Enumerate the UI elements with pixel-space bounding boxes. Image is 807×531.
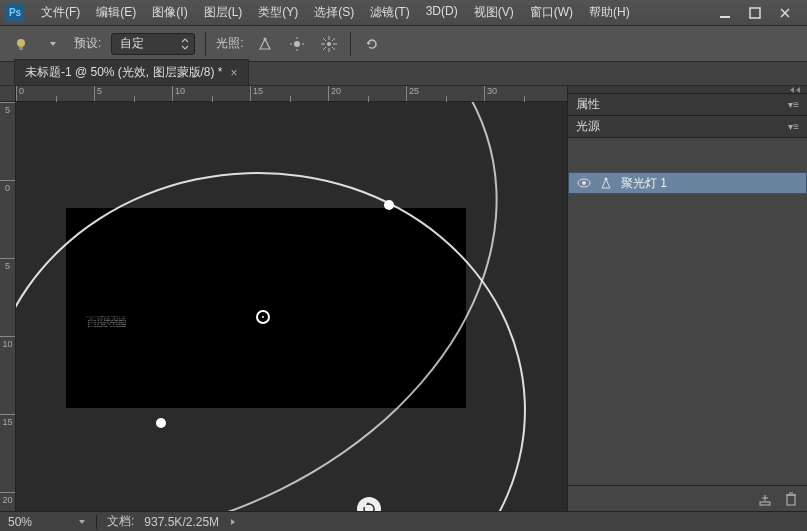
menu-edit[interactable]: 编辑(E) bbox=[89, 0, 143, 25]
ruler-tick: 15 bbox=[250, 86, 328, 101]
properties-tab-label: 属性 bbox=[576, 96, 600, 113]
ruler-tick: 30 bbox=[484, 86, 562, 101]
preset-value: 自定 bbox=[120, 35, 144, 52]
light-center-handle[interactable] bbox=[256, 310, 270, 324]
app-logo: Ps bbox=[6, 4, 24, 22]
menu-image[interactable]: 图像(I) bbox=[145, 0, 194, 25]
menu-view[interactable]: 视图(V) bbox=[467, 0, 521, 25]
ruler-horizontal[interactable]: 0 5 10 15 20 25 30 bbox=[16, 86, 567, 102]
infinitelight-icon[interactable] bbox=[318, 33, 340, 55]
document-tabbar: 未标题-1 @ 50% (光效, 图层蒙版/8) * × bbox=[0, 62, 807, 86]
maximize-button[interactable] bbox=[741, 4, 769, 22]
divider bbox=[205, 32, 206, 56]
panel-menu-icon[interactable]: ▾≡ bbox=[788, 99, 799, 110]
menu-help[interactable]: 帮助(H) bbox=[582, 0, 637, 25]
ruler-tick: 20 bbox=[0, 492, 15, 511]
divider bbox=[350, 32, 351, 56]
ruler-tick: 5 bbox=[0, 102, 15, 180]
panel-collapse-icon bbox=[789, 87, 801, 93]
lighting-label: 光照: bbox=[216, 35, 243, 52]
svg-point-2 bbox=[17, 39, 25, 47]
ruler-tick: 10 bbox=[0, 336, 15, 414]
pointlight-icon[interactable] bbox=[286, 33, 308, 55]
ruler-tick: 5 bbox=[94, 86, 172, 101]
properties-panel-tab[interactable]: 属性 ▾≡ bbox=[568, 94, 807, 116]
trash-icon[interactable] bbox=[785, 492, 797, 506]
panel-menu-icon[interactable]: ▾≡ bbox=[788, 121, 799, 132]
svg-point-10 bbox=[327, 42, 331, 46]
document-tab[interactable]: 未标题-1 @ 50% (光效, 图层蒙版/8) * × bbox=[14, 59, 249, 85]
menu-type[interactable]: 类型(Y) bbox=[251, 0, 305, 25]
status-bar: 50% 文档: 937.5K/2.25M bbox=[0, 511, 807, 531]
spotlight-icon[interactable] bbox=[254, 33, 276, 55]
close-tab-icon[interactable]: × bbox=[231, 66, 238, 80]
status-chevron-icon[interactable] bbox=[229, 517, 237, 527]
lights-toolbar bbox=[568, 138, 807, 164]
add-light-icon[interactable] bbox=[759, 492, 773, 506]
svg-point-21 bbox=[605, 178, 608, 181]
ruler-corner bbox=[0, 86, 16, 102]
menu-filter[interactable]: 滤镜(T) bbox=[363, 0, 416, 25]
menu-file[interactable]: 文件(F) bbox=[34, 0, 87, 25]
panel-grip[interactable] bbox=[568, 86, 807, 94]
preset-dropdown[interactable]: 自定 bbox=[111, 33, 195, 55]
zoom-level[interactable]: 50% bbox=[8, 515, 68, 529]
close-button[interactable] bbox=[771, 4, 799, 22]
svg-rect-0 bbox=[720, 16, 730, 18]
zoom-chevron-icon[interactable] bbox=[78, 517, 86, 527]
svg-line-15 bbox=[323, 38, 326, 41]
canvas-stage[interactable]: 百度经验 bbox=[16, 102, 567, 511]
svg-point-4 bbox=[263, 37, 266, 40]
workarea: 0 5 10 15 20 25 30 5 0 5 10 15 20 百度经验 bbox=[0, 86, 807, 511]
svg-rect-22 bbox=[760, 502, 770, 505]
canvas-zone: 0 5 10 15 20 25 30 5 0 5 10 15 20 百度经验 bbox=[0, 86, 567, 511]
reset-icon[interactable] bbox=[361, 33, 383, 55]
window-controls bbox=[711, 4, 807, 22]
ruler-tick: 25 bbox=[406, 86, 484, 101]
light-handle[interactable] bbox=[384, 200, 394, 210]
menu-select[interactable]: 选择(S) bbox=[307, 0, 361, 25]
ruler-tick: 15 bbox=[0, 414, 15, 492]
light-bulb-icon[interactable] bbox=[10, 33, 32, 55]
svg-point-5 bbox=[294, 41, 300, 47]
titlebar: Ps 文件(F) 编辑(E) 图像(I) 图层(L) 类型(Y) 选择(S) 滤… bbox=[0, 0, 807, 26]
doc-size-value: 937.5K/2.25M bbox=[144, 515, 219, 529]
options-bar: 预设: 自定 光照: bbox=[0, 26, 807, 62]
menu-3d[interactable]: 3D(D) bbox=[419, 0, 465, 25]
main-menu: 文件(F) 编辑(E) 图像(I) 图层(L) 类型(Y) 选择(S) 滤镜(T… bbox=[34, 0, 711, 25]
svg-line-16 bbox=[332, 47, 335, 50]
menu-layer[interactable]: 图层(L) bbox=[197, 0, 250, 25]
lights-list: 聚光灯 1 bbox=[568, 164, 807, 485]
ruler-tick: 5 bbox=[0, 258, 15, 336]
ruler-tick: 0 bbox=[16, 86, 94, 101]
preset-label: 预设: bbox=[74, 35, 101, 52]
svg-rect-3 bbox=[19, 47, 23, 50]
light-handle[interactable] bbox=[156, 418, 166, 428]
chevron-down-icon[interactable] bbox=[42, 33, 64, 55]
lights-panel-footer bbox=[568, 485, 807, 511]
menu-window[interactable]: 窗口(W) bbox=[523, 0, 580, 25]
stepper-icon bbox=[180, 37, 190, 51]
visibility-eye-icon[interactable] bbox=[577, 178, 591, 188]
svg-rect-1 bbox=[750, 8, 760, 18]
ruler-vertical[interactable]: 5 0 5 10 15 20 bbox=[0, 102, 16, 511]
panels-column: 属性 ▾≡ 光源 ▾≡ 聚光灯 1 bbox=[567, 86, 807, 511]
light-list-item[interactable]: 聚光灯 1 bbox=[568, 172, 807, 194]
ruler-tick: 10 bbox=[172, 86, 250, 101]
light-type-icon bbox=[599, 176, 613, 190]
lights-panel-tab[interactable]: 光源 ▾≡ bbox=[568, 116, 807, 138]
doc-size-label: 文档: bbox=[107, 513, 134, 530]
lights-tab-label: 光源 bbox=[576, 118, 600, 135]
document-tab-title: 未标题-1 @ 50% (光效, 图层蒙版/8) * bbox=[25, 64, 223, 81]
ruler-tick: 0 bbox=[0, 180, 15, 258]
svg-rect-23 bbox=[787, 495, 795, 505]
minimize-button[interactable] bbox=[711, 4, 739, 22]
light-item-label: 聚光灯 1 bbox=[621, 175, 667, 192]
svg-line-17 bbox=[332, 38, 335, 41]
ruler-tick: 20 bbox=[328, 86, 406, 101]
svg-point-20 bbox=[582, 181, 586, 185]
svg-line-18 bbox=[323, 47, 326, 50]
divider bbox=[96, 515, 97, 529]
